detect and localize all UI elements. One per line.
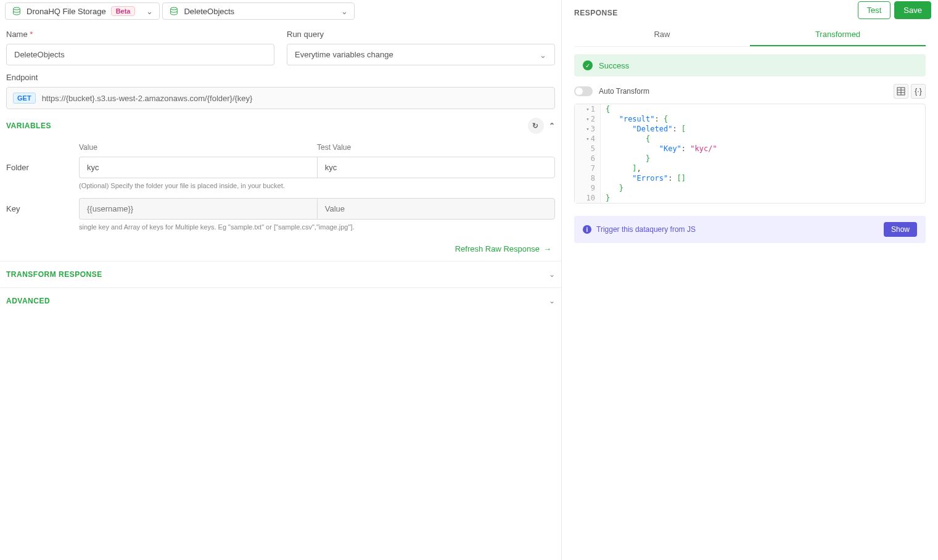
- auto-transform-label: Auto Transform: [599, 87, 649, 96]
- chevron-down-icon: ⌄: [341, 7, 348, 16]
- action-label: DeleteObjects: [184, 7, 234, 16]
- chevron-up-icon[interactable]: ⌃: [549, 121, 556, 130]
- method-badge: GET: [13, 93, 36, 104]
- folder-hint: (Optional) Specify the folder your file …: [79, 182, 555, 189]
- json-view-icon[interactable]: {·}: [911, 84, 926, 99]
- table-view-icon[interactable]: [894, 84, 908, 99]
- test-header: Test Value: [317, 143, 351, 152]
- key-label: Key: [6, 198, 79, 213]
- storage-icon: [169, 6, 179, 16]
- tab-raw[interactable]: Raw: [574, 23, 750, 46]
- value-header: Value: [79, 143, 97, 152]
- response-title: RESPONSE: [574, 9, 618, 17]
- refresh-icon[interactable]: ↻: [528, 118, 544, 134]
- tab-transformed[interactable]: Transformed: [750, 23, 926, 46]
- variable-row-key: Key: [6, 198, 555, 220]
- chevron-down-icon: ⌄: [146, 7, 153, 16]
- save-button[interactable]: Save: [894, 1, 931, 19]
- auto-transform-toggle[interactable]: [574, 86, 593, 96]
- refresh-raw-link[interactable]: Refresh Raw Response →: [0, 239, 561, 261]
- storage-icon: [12, 6, 22, 16]
- variable-row-folder: Folder: [6, 157, 555, 178]
- variables-header[interactable]: VARIABLES ↻ ⌃: [0, 109, 561, 142]
- chevron-down-icon: ⌄: [549, 270, 556, 279]
- action-selector[interactable]: DeleteObjects ⌄: [162, 2, 355, 20]
- check-icon: ✓: [583, 60, 593, 70]
- storage-selector[interactable]: DronaHQ File Storage Beta ⌄: [5, 2, 160, 20]
- show-button[interactable]: Show: [884, 222, 917, 237]
- transform-section[interactable]: TRANSFORM RESPONSE ⌄: [0, 261, 561, 287]
- name-input[interactable]: [6, 44, 274, 65]
- runquery-select[interactable]: Everytime variables change: [287, 44, 555, 65]
- response-code: ▾ 1{▾ 2 "result": {▾ 3 "Deleted": [▾ 4 {…: [574, 104, 926, 204]
- chevron-down-icon: ⌄: [549, 297, 556, 305]
- trigger-bar: i Trigger this dataquery from JS Show: [574, 216, 926, 243]
- svg-point-1: [171, 7, 178, 10]
- folder-label: Folder: [6, 157, 79, 172]
- beta-badge: Beta: [111, 6, 136, 16]
- test-button[interactable]: Test: [858, 1, 891, 19]
- key-value-input[interactable]: [79, 198, 317, 220]
- advanced-section[interactable]: ADVANCED ⌄: [0, 287, 561, 314]
- svg-point-0: [14, 7, 20, 10]
- endpoint-box: GET https://{bucket}.s3.us-west-2.amazon…: [6, 87, 555, 109]
- key-hint: single key and Array of keys for Multipl…: [79, 223, 555, 231]
- storage-label: DronaHQ File Storage: [27, 7, 106, 16]
- runquery-label: Run query: [287, 30, 555, 39]
- folder-test-input[interactable]: [317, 157, 555, 178]
- endpoint-label: Endpoint: [6, 73, 555, 82]
- folder-value-input[interactable]: [79, 157, 317, 178]
- key-test-input[interactable]: [317, 198, 555, 220]
- success-bar: ✓ Success: [574, 54, 926, 76]
- endpoint-url: https://{bucket}.s3.us-west-2.amazonaws.…: [42, 94, 253, 103]
- info-icon: i: [583, 225, 591, 234]
- name-label: Name *: [6, 30, 274, 39]
- arrow-right-icon: →: [543, 244, 551, 253]
